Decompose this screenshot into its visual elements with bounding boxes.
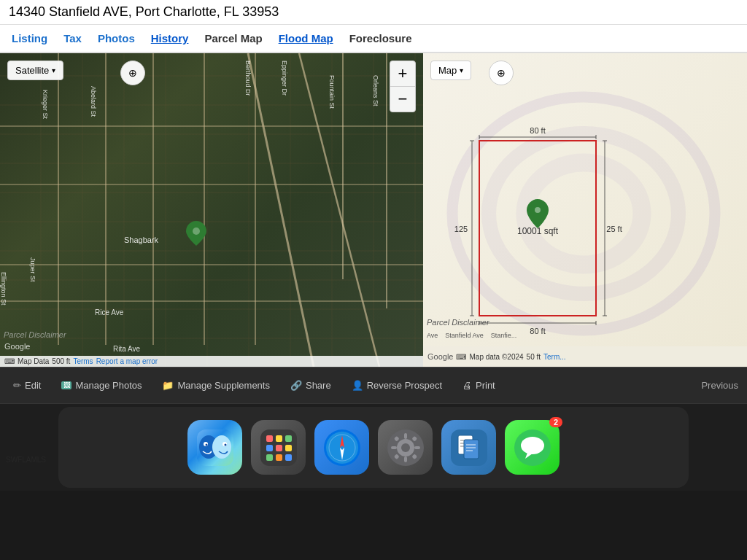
- parcel-disclaimer-left: Parcel Disclaimer: [4, 330, 66, 339]
- dock-finder[interactable]: [187, 420, 242, 475]
- reverse-prospect-toolbar-item[interactable]: 👤 Reverse Prospect: [347, 377, 446, 394]
- map-view-btn[interactable]: Map ▾: [430, 61, 471, 80]
- terms-right[interactable]: Term...: [543, 353, 566, 361]
- print-toolbar-item[interactable]: 🖨 Print: [458, 377, 500, 394]
- share-label: Share: [306, 380, 331, 391]
- keyboard-icon: ⌨: [4, 357, 15, 365]
- dock-launchpad[interactable]: [251, 420, 306, 475]
- nav-tabs: Listing Tax Photos History Parcel Map Fl…: [0, 25, 747, 53]
- tab-history[interactable]: History: [145, 29, 195, 47]
- svg-rect-63: [391, 446, 397, 449]
- google-logo-right: Google: [427, 352, 453, 361]
- right-location-btn[interactable]: ⊕: [489, 61, 514, 85]
- edit-label: Edit: [25, 380, 41, 391]
- svg-point-42: [224, 443, 226, 446]
- terms-label[interactable]: Terms: [73, 357, 93, 365]
- svg-text:80 ft: 80 ft: [530, 126, 545, 135]
- edit-icon: ✏: [13, 380, 21, 391]
- satellite-btn[interactable]: Satellite ▾: [7, 61, 63, 80]
- zoom-out-btn[interactable]: −: [390, 87, 415, 112]
- svg-point-13: [193, 228, 200, 235]
- bottom-toolbar: ✏ Edit 🖼 Manage Photos 📁 Manage Suppleme…: [0, 367, 747, 403]
- dock-safari[interactable]: [314, 420, 369, 475]
- svg-rect-49: [285, 445, 292, 451]
- svg-text:25 ft: 25 ft: [606, 225, 622, 233]
- svg-point-81: [521, 437, 544, 454]
- manage-photos-toolbar-item[interactable]: 🖼 Manage Photos: [57, 377, 146, 394]
- dock-system-preferences[interactable]: [378, 420, 433, 475]
- svg-rect-64: [414, 446, 420, 449]
- scale-label: 500 ft: [52, 357, 70, 365]
- print-label: Print: [476, 380, 495, 391]
- svg-point-23: [535, 207, 541, 213]
- street-stanfield: Stanfield Ave: [445, 332, 483, 339]
- manage-supplements-label: Manage Supplements: [177, 380, 269, 391]
- main-content: Krieger St Abelard St Berthoud Dr Epping…: [0, 53, 747, 367]
- svg-rect-46: [285, 435, 292, 442]
- zoom-in-btn[interactable]: +: [390, 61, 415, 86]
- keyboard-icon-right: ⌨: [456, 353, 466, 361]
- eppinger-dr-label: Eppinger Dr: [281, 61, 288, 96]
- map-chevron: ▾: [460, 66, 463, 74]
- dock-files[interactable]: [441, 420, 496, 475]
- svg-line-6: [299, 53, 379, 367]
- juper-st-label: Juper St: [29, 257, 36, 282]
- satellite-chevron: ▾: [52, 66, 55, 74]
- tab-foreclosure[interactable]: Foreclosure: [344, 29, 418, 47]
- parcel-map[interactable]: Map ▾ ⊕ 80 ft 80 ft 125 25 ft 10001 sqft: [423, 53, 747, 367]
- street-stanfie: Stanfie...: [491, 332, 517, 339]
- photos-icon: 🖼: [61, 381, 71, 389]
- map-bottom-bar-left: ⌨ Map Data 500 ft Terms Report a map err…: [0, 356, 423, 367]
- print-icon: 🖨: [462, 380, 472, 391]
- ellington-st-label: Ellington St: [0, 272, 7, 306]
- berthoud-dr-label: Berthoud Dr: [244, 61, 252, 96]
- map-label: Map: [438, 65, 457, 76]
- tab-parcel-map[interactable]: Parcel Map: [198, 29, 268, 47]
- tab-flood-map[interactable]: Flood Map: [273, 29, 339, 47]
- scale-right: 50 ft: [527, 353, 541, 361]
- svg-text:125: 125: [454, 225, 468, 233]
- svg-rect-52: [285, 454, 292, 461]
- map-right-controls: Map ▾: [430, 61, 471, 80]
- dock: 2: [0, 403, 747, 491]
- manage-supplements-toolbar-item[interactable]: 📁 Manage Supplements: [158, 377, 274, 394]
- tab-tax[interactable]: Tax: [58, 29, 88, 47]
- satellite-label: Satellite: [15, 65, 49, 76]
- svg-point-40: [205, 443, 207, 446]
- svg-rect-48: [276, 445, 282, 451]
- rice-ave-label: Rice Ave: [95, 308, 123, 316]
- svg-rect-61: [404, 433, 407, 439]
- fountain-st-label: Fountain St: [328, 75, 336, 109]
- reverse-prospect-icon: 👤: [352, 380, 363, 391]
- map-pin: [186, 221, 206, 246]
- tab-photos[interactable]: Photos: [92, 29, 141, 47]
- share-toolbar-item[interactable]: 🔗 Share: [286, 377, 336, 394]
- zoom-controls: + −: [390, 61, 416, 112]
- supplements-icon: 📁: [162, 380, 174, 391]
- satellite-map[interactable]: Krieger St Abelard St Berthoud Dr Epping…: [0, 53, 423, 367]
- google-logo: Google: [4, 342, 30, 351]
- right-location-icon: ⊕: [497, 67, 506, 79]
- krieger-st-label: Krieger St: [42, 90, 49, 119]
- report-label[interactable]: Report a map error: [96, 357, 158, 365]
- previous-label: Previous: [701, 380, 738, 391]
- messages-badge: 2: [549, 417, 562, 427]
- previous-btn[interactable]: Previous: [701, 380, 738, 391]
- orleans-st-label: Orleans St: [372, 75, 379, 106]
- location-btn[interactable]: ⊕: [120, 61, 145, 85]
- reverse-prospect-label: Reverse Prospect: [367, 380, 442, 391]
- street-ave: Ave: [427, 332, 438, 339]
- dock-messages[interactable]: 2: [505, 420, 560, 475]
- map-data-right: Map data ©2024: [469, 353, 523, 361]
- tab-listing[interactable]: Listing: [6, 29, 53, 47]
- svg-rect-62: [404, 456, 407, 462]
- svg-point-60: [401, 443, 410, 452]
- manage-photos-label: Manage Photos: [75, 380, 142, 391]
- address-text: 14340 Stanfield AVE, Port Charlotte, FL …: [9, 4, 279, 19]
- street-labels-bottom: Ave Stanfield Ave Stanfie...: [423, 332, 747, 339]
- svg-rect-51: [276, 454, 282, 461]
- address-bar: 14340 Stanfield AVE, Port Charlotte, FL …: [0, 0, 747, 25]
- edit-toolbar-item[interactable]: ✏ Edit: [9, 377, 45, 394]
- svg-rect-44: [266, 435, 273, 442]
- shagbark-label: Shagbark: [124, 236, 158, 244]
